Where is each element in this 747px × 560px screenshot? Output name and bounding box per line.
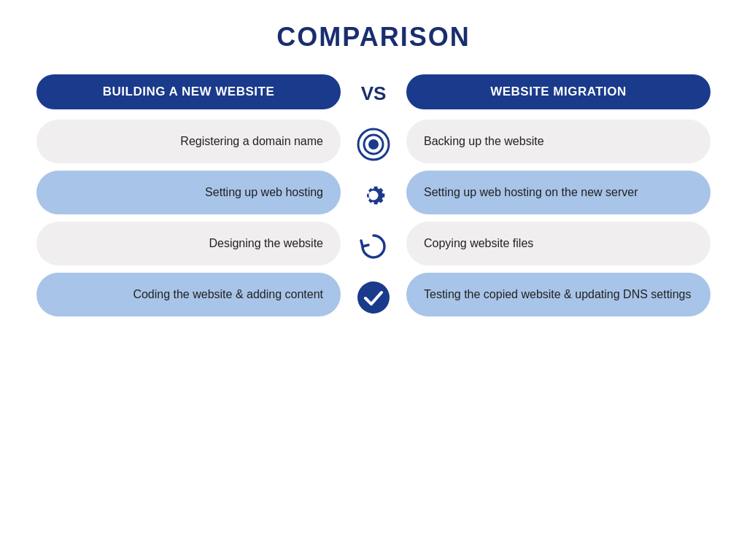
svg-point-0: [368, 139, 379, 149]
left-column-header: BUILDING A NEW WEBSITE: [36, 74, 341, 109]
page-wrapper: COMPARISON BUILDING A NEW WEBSITE Regist…: [0, 0, 747, 560]
svg-point-3: [357, 281, 390, 314]
left-item-4: Coding the website & adding content: [36, 273, 341, 316]
refresh-icon: [352, 225, 395, 268]
comparison-container: BUILDING A NEW WEBSITE Registering a dom…: [36, 74, 711, 319]
right-item-1: Backing up the website: [406, 120, 711, 163]
gear-icon: [352, 174, 395, 217]
right-item-4: Testing the copied website & updating DN…: [406, 273, 711, 316]
left-item-1: Registering a domain name: [36, 120, 341, 163]
right-column: WEBSITE MIGRATION Backing up the website…: [406, 74, 711, 316]
right-item-3: Copying website files: [406, 222, 711, 265]
target-icon: [352, 122, 395, 166]
right-item-2: Setting up web hosting on the new server: [406, 171, 711, 214]
left-item-3: Designing the website: [36, 222, 341, 265]
vs-column: VS: [341, 74, 406, 319]
left-column: BUILDING A NEW WEBSITE Registering a dom…: [36, 74, 341, 316]
page-title: COMPARISON: [276, 22, 470, 52]
vs-label: VS: [361, 74, 387, 112]
right-column-header: WEBSITE MIGRATION: [406, 74, 711, 109]
left-item-2: Setting up web hosting: [36, 171, 341, 214]
checkmark-icon: [352, 276, 395, 319]
